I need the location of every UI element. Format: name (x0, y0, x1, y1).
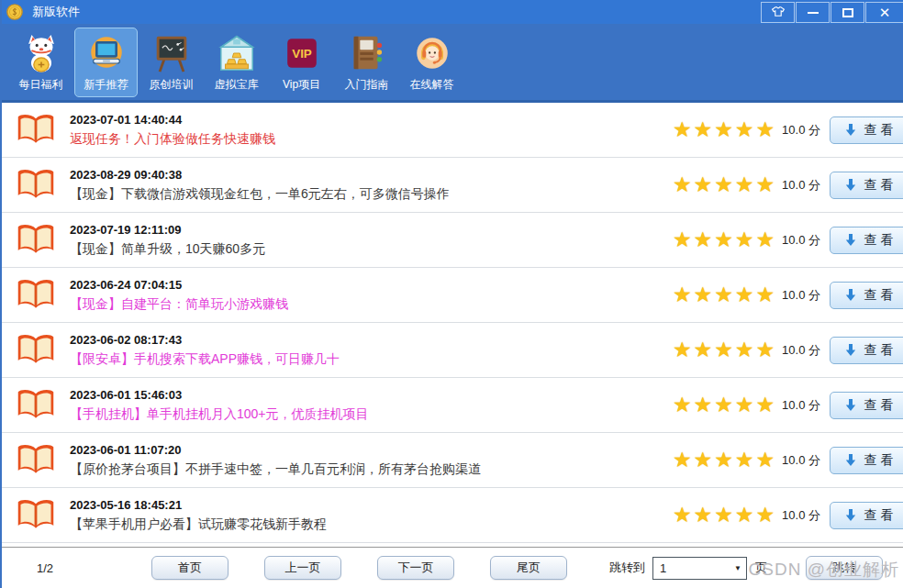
minimize-button[interactable] (796, 2, 830, 23)
svg-text:VIP: VIP (292, 47, 312, 61)
view-button[interactable]: 查 看 (830, 282, 903, 309)
view-button[interactable]: 查 看 (830, 172, 903, 199)
score-text: 10.0 分 (782, 177, 820, 194)
score-value: 10.0 (782, 398, 805, 412)
score-text: 10.0 分 (782, 287, 820, 304)
item-timestamp: 2023-06-01 11:07:20 (70, 443, 481, 457)
open-book-icon (16, 333, 56, 368)
item-title: 【原价抢茅台项目】不拼手速中签，一单几百元利润，所有茅台抢购渠道 (70, 461, 481, 478)
score-unit: 分 (808, 233, 820, 247)
item-timestamp: 2023-05-16 18:45:21 (70, 498, 327, 512)
toolbar-item-blackboard[interactable]: 原创培训 (139, 28, 203, 97)
chevron-down-icon: ▼ (734, 564, 741, 572)
toolbar-item-vip[interactable]: VIP Vip项目 (270, 28, 333, 97)
score-value: 10.0 (782, 233, 805, 247)
item-timestamp: 2023-08-29 09:40:38 (70, 168, 450, 182)
item-text: 2023-06-24 07:04:15 【现金】自建平台：简单玩小游戏赚钱 (70, 278, 288, 313)
page-number-value: 1 (660, 561, 666, 575)
close-button[interactable]: ✕ (865, 2, 903, 23)
score-text: 10.0 分 (782, 232, 820, 249)
toolbar: 每日福利 新手推荐 原创培训 虚拟宝库 VIP Vip项目 入门指南 在线解答 (2, 24, 903, 103)
star-rating-icons: ★★★★★ (673, 394, 776, 416)
view-button-label: 查 看 (864, 232, 894, 249)
toolbar-item-lucky-cat[interactable]: 每日福利 (9, 28, 72, 97)
treasury-icon (215, 31, 259, 75)
task-list: 2023-07-01 14:40:44 返现任务！入门体验做任务快速赚钱 ★★★… (2, 103, 903, 547)
item-text: 2023-06-02 08:17:43 【限安卓】手机搜索下载APP赚钱，可日赚… (70, 333, 340, 368)
score-unit: 分 (808, 508, 820, 522)
view-button-label: 查 看 (864, 342, 894, 359)
page-number-select[interactable]: 1 ▼ (652, 557, 747, 580)
star-rating-icons: ★★★★★ (673, 339, 776, 361)
score-unit: 分 (808, 453, 820, 467)
item-text: 2023-08-29 09:40:38 【现金】下载微信游戏领现金红包，一单6元… (70, 168, 450, 203)
next-page-button[interactable]: 下一页 (377, 556, 454, 580)
down-arrow-icon (845, 123, 856, 137)
item-text: 2023-07-19 12:11:09 【现金】简单升级，10天赚60多元 (70, 223, 265, 258)
item-rating-area: ★★★★★ 10.0 分 查 看 (673, 268, 903, 322)
star-rating-icons: ★★★★★ (673, 229, 776, 250)
open-book-icon (16, 278, 56, 313)
toolbar-item-computer[interactable]: 新手推荐 (74, 28, 138, 97)
skin-button[interactable] (761, 2, 795, 23)
star-rating-icons: ★★★★★ (673, 284, 776, 305)
item-timestamp: 2023-06-01 15:46:03 (70, 388, 369, 402)
minimize-icon (808, 12, 819, 14)
open-book-icon (16, 498, 56, 533)
score-text: 10.0 分 (782, 122, 820, 139)
score-value: 10.0 (782, 453, 805, 467)
score-unit: 分 (808, 178, 820, 192)
item-text: 2023-05-16 18:45:21 【苹果手机用户必看】试玩赚零花钱新手教程 (70, 498, 327, 533)
score-text: 10.0 分 (782, 452, 820, 469)
item-rating-area: ★★★★★ 10.0 分 查 看 (673, 323, 903, 377)
toolbar-item-guide-book[interactable]: 入门指南 (335, 28, 398, 97)
score-text: 10.0 分 (782, 342, 820, 359)
coin-icon (6, 4, 23, 20)
item-title: 【现金】自建平台：简单玩小游戏赚钱 (70, 296, 288, 313)
score-unit: 分 (808, 398, 820, 412)
score-text: 10.0 分 (782, 507, 820, 524)
toolbar-item-label: 每日福利 (19, 77, 63, 93)
first-page-button[interactable]: 首页 (151, 556, 229, 580)
score-unit: 分 (808, 343, 820, 357)
down-arrow-icon (845, 508, 856, 522)
toolbar-item-label: 入门指南 (345, 77, 389, 93)
toolbar-item-support[interactable]: 在线解答 (400, 28, 463, 97)
view-button[interactable]: 查 看 (830, 392, 903, 419)
star-rating-icons: ★★★★★ (673, 119, 776, 140)
list-item: 2023-06-01 11:07:20 【原价抢茅台项目】不拼手速中签，一单几百… (2, 433, 903, 488)
pagination-bar: 1/2 首页 上一页 下一页 尾页 跳转到 1 ▼ 页 跳转 CSDN @创业解… (2, 547, 903, 588)
jump-button[interactable]: 跳转 (806, 556, 883, 580)
toolbar-item-label: Vip项目 (283, 77, 320, 93)
star-rating-icons: ★★★★★ (673, 505, 776, 526)
view-button-label: 查 看 (864, 452, 894, 469)
last-page-button[interactable]: 尾页 (490, 556, 567, 580)
item-timestamp: 2023-07-01 14:40:44 (70, 113, 275, 127)
item-text: 2023-07-01 14:40:44 返现任务！入门体验做任务快速赚钱 (70, 113, 275, 148)
list-item: 2023-07-19 12:11:09 【现金】简单升级，10天赚60多元 ★★… (2, 213, 903, 268)
item-rating-area: ★★★★★ 10.0 分 查 看 (673, 103, 903, 157)
item-rating-area: ★★★★★ 10.0 分 查 看 (673, 158, 903, 212)
down-arrow-icon (845, 233, 856, 247)
support-icon (410, 31, 454, 75)
item-timestamp: 2023-06-02 08:17:43 (70, 333, 340, 347)
prev-page-button[interactable]: 上一页 (264, 556, 341, 580)
score-value: 10.0 (782, 178, 805, 192)
down-arrow-icon (845, 288, 856, 302)
view-button-label: 查 看 (864, 177, 894, 194)
down-arrow-icon (845, 343, 856, 357)
page-indicator: 1/2 (37, 561, 64, 575)
item-title: 【现金】下载微信游戏领现金红包，一单6元左右，可多微信号操作 (70, 186, 450, 203)
view-button[interactable]: 查 看 (830, 502, 903, 529)
window-title: 新版软件 (32, 4, 80, 20)
maximize-button[interactable] (831, 2, 864, 23)
item-title: 【手机挂机】单手机挂机月入100+元，优质挂机项目 (70, 406, 369, 423)
maximize-icon (842, 8, 853, 17)
open-book-icon (16, 223, 56, 258)
view-button[interactable]: 查 看 (830, 447, 903, 474)
computer-icon (84, 31, 128, 75)
view-button[interactable]: 查 看 (830, 337, 903, 364)
view-button[interactable]: 查 看 (830, 227, 903, 254)
toolbar-item-treasury[interactable]: 虚拟宝库 (205, 28, 268, 97)
view-button[interactable]: 查 看 (830, 116, 903, 144)
